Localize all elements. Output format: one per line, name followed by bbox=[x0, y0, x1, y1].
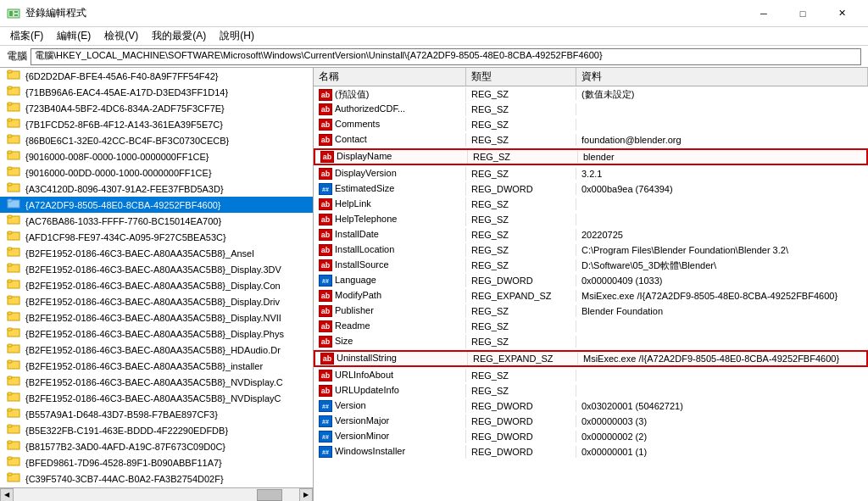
details-row[interactable]: abAuthorizedCDF...REG_SZ bbox=[314, 102, 868, 117]
detail-name-text: VersionMinor bbox=[335, 431, 389, 441]
tree-item[interactable]: {9016000-00DD-0000-1000-0000000FF1CE} bbox=[0, 164, 313, 181]
tree-item[interactable]: {71BB96A6-EAC4-45AE-A17D-D3ED43FF1D14} bbox=[0, 84, 313, 100]
hscroll-right-btn[interactable]: ▶ bbox=[299, 488, 313, 502]
details-row[interactable]: abDisplayVersionREG_SZ3.2.1 bbox=[314, 166, 868, 181]
detail-cell-data bbox=[576, 326, 868, 327]
tree-item[interactable]: {7B1FCD52-8F6B-4F12-A143-361EA39F5E7C} bbox=[0, 116, 313, 132]
details-row[interactable]: ##WindowsInstallerREG_DWORD0x00000001 (1… bbox=[314, 444, 868, 459]
details-row[interactable]: abReadmeREG_SZ bbox=[314, 319, 868, 334]
tree-item[interactable]: {9016000-008F-0000-1000-0000000FF1CE} bbox=[0, 148, 313, 164]
tree-item[interactable]: {AFD1CF98-FE97-434C-A095-9F27C5BEA53C} bbox=[0, 229, 313, 245]
details-row[interactable]: abModifyPathREG_EXPAND_SZMsiExec.exe /I{… bbox=[314, 288, 868, 303]
details-row[interactable]: abURLInfoAboutREG_SZ bbox=[314, 368, 868, 383]
detail-cell-type: REG_SZ bbox=[466, 198, 576, 210]
menu-item[interactable]: 我的最愛(A) bbox=[145, 27, 213, 45]
detail-cell-name: abDisplayName bbox=[315, 150, 468, 164]
detail-cell-type: REG_SZ bbox=[466, 88, 576, 100]
tree-item-label: {6D2D2DAF-BFE4-45A6-F40-8A9F7FF54F42} bbox=[24, 71, 313, 81]
tree-item-label: {B557A9A1-D648-43D7-B598-F7BAE897CF3} bbox=[24, 409, 313, 420]
details-row[interactable]: ##VersionREG_DWORD0x03020001 (50462721) bbox=[314, 398, 868, 414]
detail-cell-data bbox=[576, 219, 868, 220]
tree-item[interactable]: {86B0E6C1-32E0-42CC-BC4F-BF3C0730CECB} bbox=[0, 132, 313, 148]
details-row[interactable]: ##VersionMajorREG_DWORD0x00000003 (3) bbox=[314, 414, 868, 429]
details-row[interactable]: abPublisherREG_SZBlender Foundation bbox=[314, 303, 868, 319]
address-path[interactable]: 電腦\HKEY_LOCAL_MACHINE\SOFTWARE\Microsoft… bbox=[31, 48, 861, 65]
menu-item[interactable]: 檔案(F) bbox=[3, 27, 50, 45]
details-row[interactable]: abContactREG_SZfoundation@blender.org bbox=[314, 132, 868, 148]
tree-item[interactable]: {B81577B2-3AD0-4AFD-A19C-87F673C09D0C} bbox=[0, 438, 313, 454]
hscroll-left-btn[interactable]: ◀ bbox=[0, 488, 14, 502]
folder-icon bbox=[7, 198, 20, 212]
tree-item[interactable]: {6D2D2DAF-BFE4-45A6-F40-8A9F7FF54F42} bbox=[0, 68, 313, 84]
tree-item[interactable]: {B2FE1952-0186-46C3-BAEC-A80AA35AC5B8}_N… bbox=[0, 374, 313, 390]
tree-item[interactable]: {B2FE1952-0186-46C3-BAEC-A80AA35AC5B8}_i… bbox=[0, 358, 313, 374]
tree-item[interactable]: {A3C4120D-8096-4307-91A2-FEE37FBD5A3D} bbox=[0, 181, 313, 197]
detail-cell-data bbox=[576, 203, 868, 205]
hscroll-thumb[interactable] bbox=[257, 489, 282, 501]
tree-item[interactable]: {B2FE1952-0186-46C3-BAEC-A80AA35AC5B8}_N… bbox=[0, 390, 313, 406]
tree-item[interactable]: {B2FE1952-0186-46C3-BAEC-A80AA35AC5B8}_D… bbox=[0, 293, 313, 309]
minimize-button[interactable]: ─ bbox=[744, 0, 783, 27]
tree-item[interactable]: {C39F5740-3CB7-44AC-B0A2-FA3B2754D02F} bbox=[0, 470, 313, 487]
folder-icon bbox=[7, 310, 20, 325]
reg-string-icon: ab bbox=[319, 103, 332, 115]
menu-item[interactable]: 編輯(E) bbox=[50, 27, 97, 45]
detail-name-text: DisplayVersion bbox=[335, 168, 397, 178]
detail-cell-data bbox=[576, 109, 868, 110]
details-body[interactable]: ab(預設值)REG_SZ(數值未設定)abAuthorizedCDF...RE… bbox=[314, 86, 868, 501]
tree-item-label: {B2FE1952-0186-46C3-BAEC-A80AA35AC5B8}_D… bbox=[24, 329, 313, 339]
detail-cell-data: D:\Software\05_3D軟體\Blender\ bbox=[576, 259, 868, 273]
folder-icon bbox=[7, 246, 20, 260]
folder-icon bbox=[7, 423, 20, 437]
reg-dword-icon: ## bbox=[319, 183, 332, 195]
menu-item[interactable]: 檢視(V) bbox=[97, 27, 145, 45]
maximize-button[interactable]: □ bbox=[783, 0, 822, 27]
tree-item[interactable]: {B5E322FB-C191-463E-BDDD-4F22290EDFDB} bbox=[0, 422, 313, 438]
details-row[interactable]: ab(預設值)REG_SZ(數值未設定) bbox=[314, 86, 868, 102]
tree-item[interactable]: {AC76BA86-1033-FFFF-7760-BC15014EA700} bbox=[0, 213, 313, 229]
details-row[interactable]: ##LanguageREG_DWORD0x00000409 (1033) bbox=[314, 273, 868, 288]
details-row[interactable]: abInstallLocationREG_SZC:\Program Files\… bbox=[314, 242, 868, 258]
details-row[interactable]: abDisplayNameREG_SZblender bbox=[314, 148, 868, 165]
col-header-type[interactable]: 類型 bbox=[466, 68, 576, 86]
reg-string-icon: ab bbox=[319, 305, 332, 317]
tree-item[interactable]: {B2FE1952-0186-46C3-BAEC-A80AA35AC5B8}_D… bbox=[0, 326, 313, 342]
tree-item[interactable]: {B557A9A1-D648-43D7-B598-F7BAE897CF3} bbox=[0, 406, 313, 422]
close-button[interactable]: ✕ bbox=[822, 0, 861, 27]
details-row[interactable]: abCommentsREG_SZ bbox=[314, 117, 868, 132]
tree-item[interactable]: {B2FE1952-0186-46C3-BAEC-A80AA35AC5B8}_D… bbox=[0, 309, 313, 326]
detail-cell-name: ##Language bbox=[314, 274, 466, 288]
tree-content[interactable]: {6D2D2DAF-BFE4-45A6-F40-8A9F7FF54F42} {7… bbox=[0, 68, 313, 487]
details-row[interactable]: abInstallDateREG_SZ20220725 bbox=[314, 227, 868, 242]
detail-cell-name: abHelpTelephone bbox=[314, 213, 466, 226]
details-row[interactable]: abHelpTelephoneREG_SZ bbox=[314, 212, 868, 227]
detail-cell-data: 0x00000001 (1) bbox=[576, 446, 868, 458]
tree-item[interactable]: {B2FE1952-0186-46C3-BAEC-A80AA35AC5B8}_D… bbox=[0, 261, 313, 277]
tree-hscrollbar[interactable]: ◀ ▶ bbox=[0, 487, 313, 501]
tree-item[interactable]: {A72A2DF9-8505-48E0-8CBA-49252FBF4600} bbox=[0, 197, 313, 213]
details-row[interactable]: abSizeREG_SZ bbox=[314, 334, 868, 349]
details-row[interactable]: abHelpLinkREG_SZ bbox=[314, 197, 868, 212]
tree-item[interactable]: {B2FE1952-0186-46C3-BAEC-A80AA35AC5B8}_H… bbox=[0, 342, 313, 358]
tree-item[interactable]: {723B40A4-5BF2-4DC6-834A-2ADF75F3CF7E} bbox=[0, 100, 313, 116]
detail-name-text: (預設值) bbox=[335, 89, 369, 99]
tree-panel[interactable]: {6D2D2DAF-BFE4-45A6-F40-8A9F7FF54F42} {7… bbox=[0, 68, 314, 501]
tree-item[interactable]: {B2FE1952-0186-46C3-BAEC-A80AA35AC5B8}_D… bbox=[0, 277, 313, 293]
tree-item-label: {B2FE1952-0186-46C3-BAEC-A80AA35AC5B8}_i… bbox=[24, 361, 313, 371]
reg-string-icon: ab bbox=[319, 198, 332, 210]
tree-item[interactable]: {BFED9861-7D96-4528-89F1-B090ABBF11A7} bbox=[0, 454, 313, 470]
reg-string-icon: ab bbox=[319, 168, 332, 180]
detail-cell-data: 0x03020001 (50462721) bbox=[576, 400, 868, 412]
col-header-name[interactable]: 名稱 bbox=[314, 68, 466, 86]
details-row[interactable]: abURLUpdateInfoREG_SZ bbox=[314, 383, 868, 398]
details-row[interactable]: abInstallSourceREG_SZD:\Software\05_3D軟體… bbox=[314, 258, 868, 273]
detail-name-text: Comments bbox=[335, 119, 380, 129]
details-row[interactable]: abUninstallStringREG_EXPAND_SZMsiExec.ex… bbox=[314, 350, 868, 367]
details-row[interactable]: ##EstimatedSizeREG_DWORD0x000ba9ea (7643… bbox=[314, 181, 868, 197]
tree-item-label: {B2FE1952-0186-46C3-BAEC-A80AA35AC5B8}_D… bbox=[24, 313, 313, 323]
tree-item[interactable]: {B2FE1952-0186-46C3-BAEC-A80AA35AC5B8}_A… bbox=[0, 245, 313, 261]
details-row[interactable]: ##VersionMinorREG_DWORD0x00000002 (2) bbox=[314, 429, 868, 444]
menu-item[interactable]: 說明(H) bbox=[213, 27, 261, 45]
col-header-data[interactable]: 資料 bbox=[576, 68, 868, 86]
detail-cell-data: foundation@blender.org bbox=[576, 134, 868, 146]
